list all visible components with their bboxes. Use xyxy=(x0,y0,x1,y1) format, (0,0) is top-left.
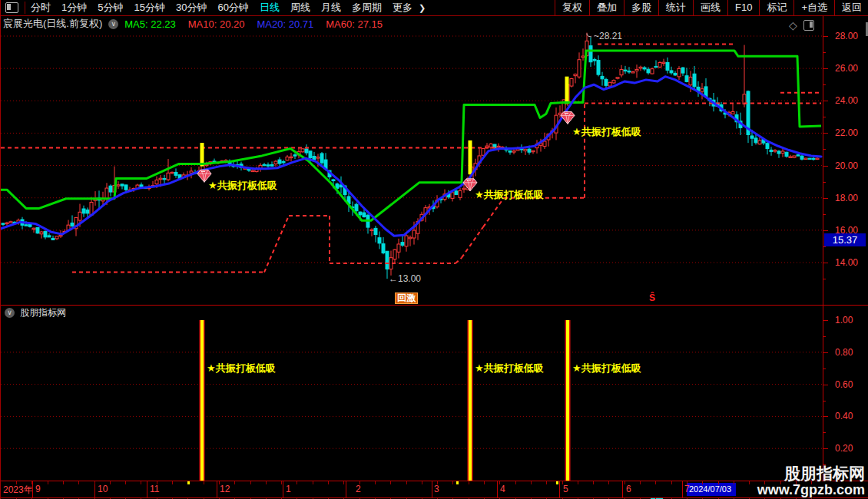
price-axis-label: 18.00 xyxy=(835,193,858,203)
tdx-app: 分时1分钟5分钟15分钟30分钟60分钟日线周线月线多周期更多❯ 复权叠加多股统… xyxy=(0,0,868,499)
month-label: 2 xyxy=(356,484,361,494)
signal-tick xyxy=(556,481,558,484)
month-label: 3 xyxy=(434,484,439,494)
axis-baseline xyxy=(1,497,868,498)
period-menu: 分时1分钟5分钟15分钟30分钟60分钟日线周线月线多周期更多❯ xyxy=(25,0,426,15)
ma10-value: MA10: 20.20 xyxy=(188,18,245,30)
month-label: 1 xyxy=(286,484,291,494)
menu-item-15分钟[interactable]: 15分钟 xyxy=(128,0,170,15)
watermark: 股朋指标网 www.7gpzb.com xyxy=(757,464,865,498)
panel-divider xyxy=(1,305,868,306)
menu-item-叠加[interactable]: 叠加 xyxy=(589,0,624,15)
month-separator xyxy=(559,481,560,497)
month-label: 4 xyxy=(500,484,505,494)
month-separator xyxy=(217,481,217,497)
signal-label: ★共振打板低吸 xyxy=(572,126,642,137)
stock-title: 宸展光电(日线.前复权) xyxy=(3,17,102,31)
price-axis-label: 28.00 xyxy=(835,31,858,41)
month-label: 12 xyxy=(220,484,230,494)
month-label: 6 xyxy=(626,484,631,494)
price-axis-label: 20.00 xyxy=(835,160,858,171)
menu-item-+自选[interactable]: +自选 xyxy=(793,0,834,15)
ma5-value: MA5: 22.23 xyxy=(124,18,176,30)
split-marker: Ŝ xyxy=(649,292,655,303)
indicator-axis-label: 0.60 xyxy=(835,379,853,390)
menu-item-多股[interactable]: 多股 xyxy=(624,0,658,15)
ma20-value: MA20: 20.71 xyxy=(257,18,314,30)
signal-label: ★共振打板低吸 xyxy=(208,180,278,191)
chart-header: 宸展光电(日线.前复权) ∨ MA5: 22.23 MA10: 20.20 MA… xyxy=(3,18,395,30)
menu-item-1分钟[interactable]: 1分钟 xyxy=(56,0,92,15)
signal-label: ★共振打板低吸 xyxy=(475,189,545,200)
month-label: 10 xyxy=(98,484,108,494)
month-label: 7 xyxy=(684,484,690,494)
month-separator xyxy=(432,481,432,497)
collapse-chevron-icon[interactable]: ∨ xyxy=(5,308,15,318)
menu-item-多周期[interactable]: 多周期 xyxy=(346,0,387,15)
indicator-axis: 1.000.800.600.400.20 xyxy=(823,305,866,481)
diamond-icon[interactable]: ◇ xyxy=(789,19,797,31)
time-axis[interactable]: 2023年 2024/07/03 91011121234567 xyxy=(1,481,868,499)
window-layout-icon[interactable] xyxy=(5,2,18,13)
watermark-url: www.7gpzb.com xyxy=(757,482,865,498)
last-price-badge: 15.37 xyxy=(824,233,866,246)
menu-item-标记[interactable]: 标记 xyxy=(759,0,793,15)
month-label: 9 xyxy=(35,484,41,494)
menu-item-5分钟[interactable]: 5分钟 xyxy=(92,0,128,15)
event-badge: 回激 xyxy=(395,292,418,304)
menu-item-分时[interactable]: 分时 xyxy=(25,0,56,15)
signal-label: ★共振打板低吸 xyxy=(572,362,642,374)
current-date-badge: 2024/07/03 xyxy=(687,483,736,496)
price-axis: 15.37 28.0026.0024.0022.0020.0018.0016.0… xyxy=(823,16,866,305)
signal-label: ★共振打板低吸 xyxy=(207,362,277,374)
menu-item-日线[interactable]: 日线 xyxy=(254,0,285,15)
month-label: 5 xyxy=(563,484,568,494)
month-separator xyxy=(147,481,147,497)
month-separator xyxy=(682,481,683,497)
signal-tick xyxy=(456,481,459,484)
watermark-site-name: 股朋指标网 xyxy=(757,464,865,482)
indicator-header: ∨ 股朋指标网 xyxy=(5,306,66,319)
year-label: 2023年 xyxy=(3,484,33,497)
collapse-chevron-icon[interactable]: ∨ xyxy=(108,19,118,29)
indicator-name: 股朋指标网 xyxy=(20,306,66,319)
month-label: 11 xyxy=(150,484,159,494)
menu-item-画线[interactable]: 画线 xyxy=(693,0,727,15)
signal-tick xyxy=(187,481,190,484)
action-menu: 复权叠加多股统计画线F10标记+自选返回 xyxy=(555,0,868,15)
menu-item-统计[interactable]: 统计 xyxy=(658,0,693,15)
menu-item-更多[interactable]: 更多 xyxy=(387,0,418,15)
menu-item-60分钟[interactable]: 60分钟 xyxy=(212,0,253,15)
chart-corner-tools: ◇ xyxy=(789,19,814,31)
signal-label: ★共振打板低吸 xyxy=(475,362,545,374)
high-annotation: ~28.21 xyxy=(594,31,622,41)
panel-layout-icon[interactable] xyxy=(803,20,814,31)
indicator-axis-label: 1.00 xyxy=(835,315,853,326)
price-axis-label: 26.00 xyxy=(835,63,858,74)
indicator-axis-label: 0.40 xyxy=(835,411,853,421)
low-annotation: ←13.00 xyxy=(389,273,421,284)
menubar: 分时1分钟5分钟15分钟30分钟60分钟日线周线月线多周期更多❯ 复权叠加多股统… xyxy=(1,0,868,16)
menu-item-F10[interactable]: F10 xyxy=(727,0,759,15)
menu-item-返回[interactable]: 返回 xyxy=(834,0,868,15)
price-axis-label: 22.00 xyxy=(835,127,858,138)
menu-item-30分钟[interactable]: 30分钟 xyxy=(171,0,212,15)
menu-item-月线[interactable]: 月线 xyxy=(316,0,346,15)
main-chart-canvas[interactable]: ★共振打板低吸★共振打板低吸★共振打板低吸~28.21←13.00 xyxy=(1,16,823,305)
menu-item-复权[interactable]: 复权 xyxy=(555,0,589,15)
gem-signal-icon xyxy=(561,111,575,124)
month-separator xyxy=(497,481,498,497)
menu-item-周线[interactable]: 周线 xyxy=(285,0,316,15)
month-separator xyxy=(622,481,623,497)
indicator-axis-label: 0.80 xyxy=(835,347,853,358)
more-chevron-icon: ❯ xyxy=(418,3,426,13)
price-axis-label: 24.00 xyxy=(835,95,858,106)
month-separator xyxy=(346,481,346,497)
price-axis-label: 14.00 xyxy=(835,257,858,268)
month-separator xyxy=(283,481,283,497)
indicator-chart-canvas[interactable]: ★共振打板低吸★共振打板低吸★共振打板低吸 xyxy=(1,305,823,481)
ma60-value: MA60: 27.15 xyxy=(326,18,383,30)
indicator-axis-label: 0.20 xyxy=(835,443,853,454)
